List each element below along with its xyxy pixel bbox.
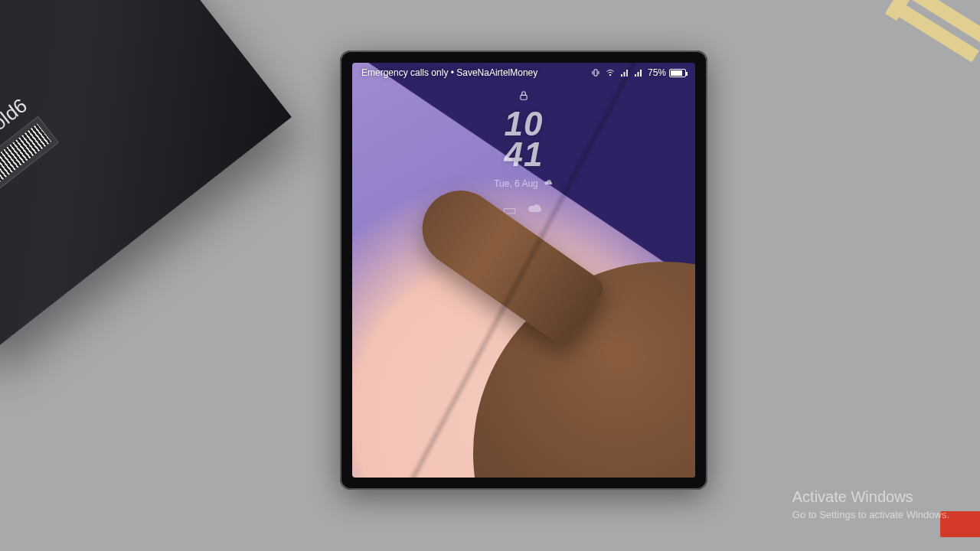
notification-dot-icon: • <box>508 241 511 253</box>
svg-point-1 <box>609 74 611 76</box>
product-box: Galaxy Z Fold6 <box>0 0 292 353</box>
svg-rect-6 <box>637 72 639 77</box>
battery-indicator: 75% <box>648 67 686 78</box>
watermark-subtitle: Go to Settings to activate Windows. <box>792 509 949 520</box>
svg-point-11 <box>550 182 553 185</box>
svg-rect-3 <box>623 72 625 77</box>
swipe-to-unlock-hint: Swipe to unlock <box>352 439 695 450</box>
cloud-icon <box>526 201 546 220</box>
svg-rect-4 <box>626 70 628 77</box>
status-bar: Emergency calls only • SaveNaAirtelMoney <box>352 63 695 83</box>
watermark-title: Activate Windows <box>792 488 949 506</box>
notification-icons: • ◦ ◌ <box>508 241 540 253</box>
notification-dot-icon: ◦ <box>519 241 523 253</box>
lock-screen-widgets: ▭ <box>502 201 546 220</box>
clock-minute: 41 <box>505 139 544 170</box>
lock-icon <box>518 90 529 104</box>
channel-badge <box>940 511 980 537</box>
battery-percent-text: 75% <box>648 67 666 78</box>
product-barcode <box>0 116 59 227</box>
svg-rect-0 <box>594 70 597 76</box>
notification-dot-icon: ◌ <box>531 241 540 253</box>
lock-screen-date: Tue, 6 Aug <box>494 178 538 189</box>
battery-icon <box>669 69 686 77</box>
svg-rect-8 <box>521 95 527 99</box>
vibrate-icon <box>591 68 600 77</box>
phone-device: Emergency calls only • SaveNaAirtelMoney <box>340 51 707 490</box>
lock-screen[interactable]: Emergency calls only • SaveNaAirtelMoney <box>352 63 695 478</box>
clock-hour: 10 <box>505 109 544 139</box>
lock-screen-clock: 10 41 Tue, 6 Aug ▭ • <box>352 90 695 253</box>
windows-activation-watermark: Activate Windows Go to Settings to activ… <box>792 488 949 520</box>
signal-bars-icon <box>620 68 629 77</box>
svg-rect-7 <box>640 70 642 77</box>
svg-rect-2 <box>621 74 622 77</box>
widget-pill: ▭ <box>502 201 517 220</box>
wifi-icon <box>605 68 616 77</box>
weather-icon <box>543 177 554 190</box>
svg-rect-5 <box>635 74 636 77</box>
signal-bars-icon <box>634 68 643 77</box>
carrier-text: Emergency calls only • SaveNaAirtelMoney <box>361 67 537 78</box>
wooden-clamp <box>858 0 980 122</box>
